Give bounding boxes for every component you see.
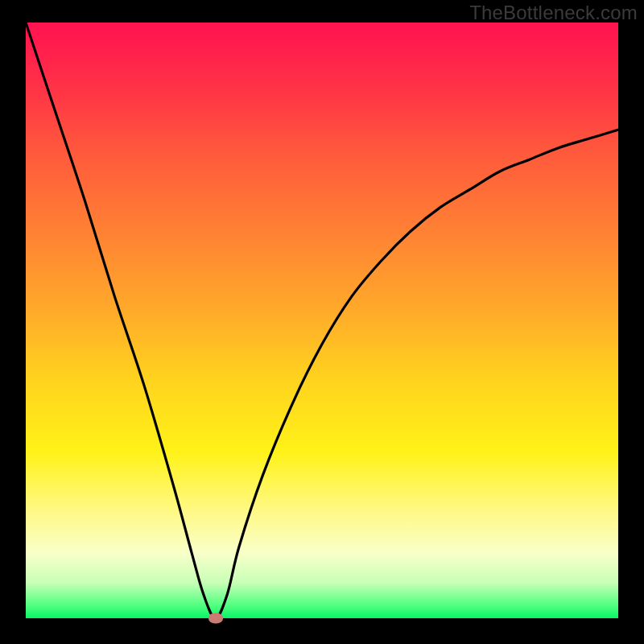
curve-path [26, 23, 618, 618]
chart-frame: TheBottleneck.com [0, 0, 644, 644]
optimum-marker [208, 613, 223, 624]
plot-area [26, 23, 618, 618]
bottleneck-curve [26, 23, 618, 618]
watermark-text: TheBottleneck.com [469, 2, 638, 24]
